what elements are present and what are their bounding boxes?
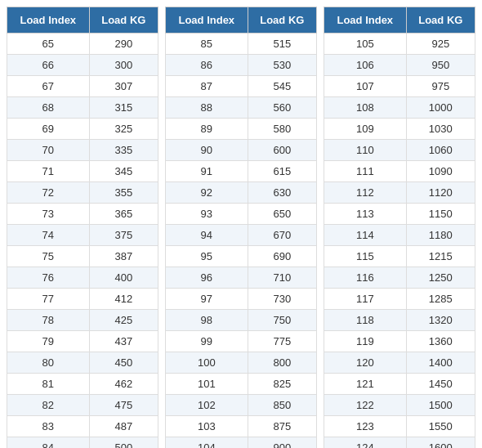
load-kg-cell: 600 <box>248 140 316 161</box>
load-kg-cell: 387 <box>89 246 158 267</box>
load-index-cell: 115 <box>324 246 407 267</box>
table-row: 73365 <box>7 204 158 225</box>
load-kg-cell: 950 <box>406 55 475 76</box>
table-row: 82475 <box>7 395 158 416</box>
load-kg-cell: 462 <box>89 374 158 395</box>
table-row: 84500 <box>7 437 158 449</box>
table-row: 106950 <box>324 55 475 76</box>
table-row: 1231550 <box>324 416 475 437</box>
load-index-cell: 92 <box>166 182 248 204</box>
load-kg-cell: 825 <box>248 374 316 395</box>
table-row: 1091030 <box>324 119 475 140</box>
load-kg-cell: 1030 <box>406 119 475 140</box>
load-index-cell: 99 <box>166 331 248 352</box>
load-kg-cell: 925 <box>406 34 475 55</box>
load-index-cell: 117 <box>324 289 407 310</box>
load-kg-cell: 875 <box>248 416 316 437</box>
load-kg-cell: 400 <box>89 267 158 289</box>
table-row: 1121120 <box>324 182 475 204</box>
table-row: 1161250 <box>324 267 475 289</box>
load-index-cell: 79 <box>7 331 90 352</box>
load-index-cell: 83 <box>7 416 90 437</box>
table-header-row: Load IndexLoad KG <box>7 7 158 34</box>
table-row: 1211450 <box>324 374 475 395</box>
load-kg-cell: 325 <box>89 119 158 140</box>
load-kg-cell: 315 <box>89 97 158 119</box>
table-row: 101825 <box>166 374 317 395</box>
load-kg-cell: 545 <box>248 76 316 97</box>
load-kg-cell: 1550 <box>406 416 475 437</box>
table-row: 88560 <box>166 97 317 119</box>
load-kg-cell: 500 <box>89 437 158 449</box>
table-row: 75387 <box>7 246 158 267</box>
table-row: 72355 <box>7 182 158 204</box>
table-header-row: Load IndexLoad KG <box>166 7 317 34</box>
load-index-cell: 91 <box>166 161 248 182</box>
load-kg-cell: 1215 <box>406 246 475 267</box>
load-kg-cell: 1320 <box>406 310 475 331</box>
table-row: 1221500 <box>324 395 475 416</box>
table-row: 85515 <box>166 34 317 55</box>
load-index-cell: 105 <box>324 34 407 55</box>
load-index-cell: 106 <box>324 55 407 76</box>
table-row: 78425 <box>7 310 158 331</box>
load-kg-cell: 1090 <box>406 161 475 182</box>
load-index-cell: 77 <box>7 289 90 310</box>
load-index-cell: 114 <box>324 225 407 246</box>
load-kg-cell: 750 <box>248 310 316 331</box>
load-index-cell: 72 <box>7 182 90 204</box>
load-index-cell: 85 <box>166 34 248 55</box>
load-index-cell: 124 <box>324 437 407 449</box>
table-row: 79437 <box>7 331 158 352</box>
table-row: 83487 <box>7 416 158 437</box>
load-index-cell: 123 <box>324 416 407 437</box>
table-row: 1191360 <box>324 331 475 352</box>
load-index-cell: 108 <box>324 97 407 119</box>
load-index-cell: 68 <box>7 97 90 119</box>
header-load-index-3: Load Index <box>324 7 407 34</box>
table-row: 1181320 <box>324 310 475 331</box>
load-index-cell: 93 <box>166 204 248 225</box>
load-index-cell: 65 <box>7 34 90 55</box>
load-kg-cell: 307 <box>89 76 158 97</box>
table-row: 69325 <box>7 119 158 140</box>
load-index-cell: 103 <box>166 416 248 437</box>
load-kg-cell: 345 <box>89 161 158 182</box>
load-index-cell: 82 <box>7 395 90 416</box>
load-index-cell: 69 <box>7 119 90 140</box>
table-row: 77412 <box>7 289 158 310</box>
load-index-cell: 113 <box>324 204 407 225</box>
load-kg-cell: 365 <box>89 204 158 225</box>
tables-container: Load IndexLoad KG65290663006730768315693… <box>7 7 475 448</box>
load-index-cell: 78 <box>7 310 90 331</box>
header-load-index-2: Load Index <box>166 7 248 34</box>
table-row: 90600 <box>166 140 317 161</box>
table-row: 66300 <box>7 55 158 76</box>
load-kg-cell: 1180 <box>406 225 475 246</box>
load-index-cell: 96 <box>166 267 248 289</box>
load-index-cell: 88 <box>166 97 248 119</box>
table-row: 92630 <box>166 182 317 204</box>
load-index-cell: 119 <box>324 331 407 352</box>
table-row: 67307 <box>7 76 158 97</box>
table-row: 95690 <box>166 246 317 267</box>
load-kg-cell: 1500 <box>406 395 475 416</box>
load-kg-cell: 670 <box>248 225 316 246</box>
header-load-kg-1: Load KG <box>89 7 158 34</box>
load-kg-cell: 730 <box>248 289 316 310</box>
load-kg-cell: 487 <box>89 416 158 437</box>
load-index-table-3: Load IndexLoad KG10592510695010797510810… <box>324 7 475 448</box>
load-index-cell: 81 <box>7 374 90 395</box>
load-index-cell: 87 <box>166 76 248 97</box>
load-kg-cell: 710 <box>248 267 316 289</box>
table-row: 65290 <box>7 34 158 55</box>
load-kg-cell: 900 <box>248 437 316 449</box>
load-index-cell: 66 <box>7 55 90 76</box>
table-row: 100800 <box>166 352 317 374</box>
load-index-cell: 73 <box>7 204 90 225</box>
load-kg-cell: 1450 <box>406 374 475 395</box>
header-load-index-1: Load Index <box>7 7 90 34</box>
table-row: 91615 <box>166 161 317 182</box>
load-kg-cell: 355 <box>89 182 158 204</box>
load-index-cell: 95 <box>166 246 248 267</box>
